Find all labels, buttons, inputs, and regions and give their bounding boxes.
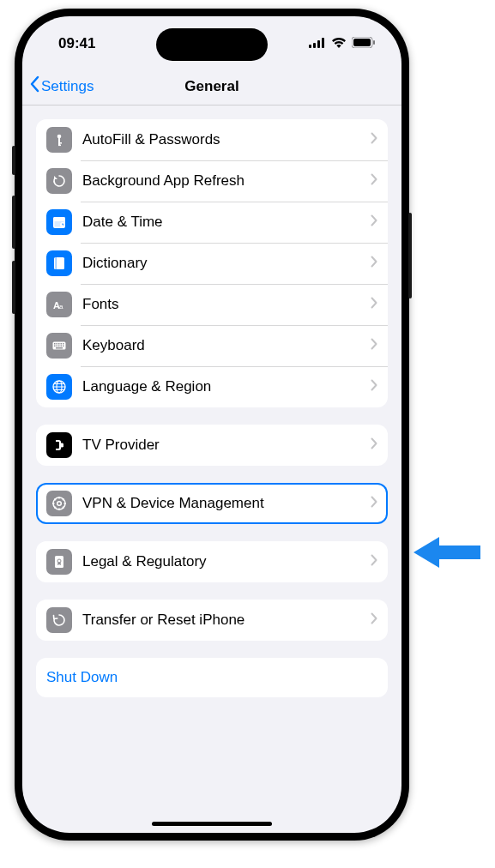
settings-row-keyboard[interactable]: Keyboard	[36, 325, 388, 366]
fonts-icon: Aa	[46, 292, 72, 317]
settings-list: AutoFill & PasswordsBackground App Refre…	[22, 105, 401, 833]
svg-rect-30	[56, 347, 63, 349]
globe-icon	[46, 374, 72, 400]
chevron-right-icon	[371, 554, 377, 570]
chevron-right-icon	[371, 612, 377, 628]
settings-row-bgrefresh[interactable]: Background App Refresh	[36, 160, 388, 202]
svg-rect-47	[55, 556, 63, 568]
wifi-icon	[331, 35, 347, 52]
chevron-right-icon	[371, 173, 377, 189]
dynamic-island	[156, 28, 268, 61]
svg-rect-8	[58, 138, 60, 145]
row-label: VPN & Device Management	[82, 495, 371, 512]
status-time: 09:41	[58, 35, 95, 52]
power-button	[408, 213, 412, 298]
chevron-right-icon	[371, 256, 377, 271]
chevron-right-icon	[371, 338, 377, 353]
calendar-icon	[46, 209, 72, 235]
settings-group: TV Provider	[36, 425, 388, 466]
svg-rect-21	[57, 343, 58, 345]
svg-rect-0	[309, 45, 311, 48]
row-label: Legal & Regulatory	[82, 553, 371, 570]
nav-bar: Settings General	[22, 68, 401, 105]
svg-rect-6	[373, 40, 375, 45]
settings-row-language[interactable]: Language & Region	[36, 366, 388, 407]
chevron-right-icon	[371, 437, 377, 453]
row-label: Shut Down	[46, 669, 118, 686]
settings-group: Transfer or Reset iPhone	[36, 600, 388, 641]
home-indicator	[152, 822, 272, 826]
svg-point-7	[57, 135, 62, 139]
battery-icon	[352, 35, 376, 52]
svg-rect-20	[54, 343, 56, 345]
chevron-right-icon	[371, 379, 377, 395]
row-label: Date & Time	[82, 214, 371, 231]
svg-rect-2	[317, 40, 320, 48]
page-title: General	[184, 78, 238, 95]
settings-row-legal[interactable]: Legal & Regulatory	[36, 541, 388, 582]
settings-row-fonts[interactable]: AaFonts	[36, 284, 388, 325]
svg-rect-27	[58, 346, 60, 347]
chevron-right-icon	[371, 297, 377, 312]
row-label: Transfer or Reset iPhone	[82, 612, 371, 629]
side-button	[12, 146, 15, 175]
settings-group: AutoFill & PasswordsBackground App Refre…	[36, 119, 388, 407]
shutdown-button[interactable]: Shut Down	[36, 658, 388, 697]
row-label: Keyboard	[82, 337, 371, 354]
svg-rect-16	[56, 257, 57, 269]
svg-rect-25	[54, 346, 56, 347]
callout-arrow-icon	[414, 532, 482, 573]
chevron-left-icon	[29, 75, 39, 97]
row-label: Language & Region	[82, 378, 371, 395]
chevron-right-icon	[371, 496, 377, 511]
settings-row-tvprovider[interactable]: TV Provider	[36, 425, 388, 466]
book-icon	[46, 250, 72, 276]
svg-rect-3	[322, 38, 324, 48]
row-label: Fonts	[82, 296, 371, 313]
settings-row-vpn[interactable]: VPN & Device Management	[36, 483, 388, 524]
row-label: Dictionary	[82, 255, 371, 272]
settings-row-transfer[interactable]: Transfer or Reset iPhone	[36, 600, 388, 641]
chevron-right-icon	[371, 214, 377, 230]
cellular-icon	[309, 35, 326, 52]
row-label: AutoFill & Passwords	[82, 131, 371, 148]
screen: 09:41 Settings General	[22, 16, 401, 833]
settings-row-datetime[interactable]: Date & Time	[36, 202, 388, 243]
settings-row-dictionary[interactable]: Dictionary	[36, 243, 388, 284]
gear-icon	[46, 491, 72, 516]
svg-rect-26	[57, 346, 58, 347]
phone-frame: 09:41 Settings General	[15, 9, 409, 841]
refresh-icon	[46, 168, 72, 194]
svg-rect-9	[58, 142, 62, 144]
svg-rect-24	[63, 343, 64, 345]
back-label: Settings	[41, 78, 94, 95]
svg-rect-22	[58, 343, 60, 345]
settings-group: Shut Down	[36, 658, 388, 697]
svg-text:a: a	[59, 303, 63, 310]
volume-up-button	[12, 196, 15, 249]
svg-rect-28	[61, 346, 63, 347]
row-label: TV Provider	[82, 437, 371, 454]
svg-rect-1	[313, 43, 316, 48]
row-label: Background App Refresh	[82, 172, 371, 190]
settings-group: Legal & Regulatory	[36, 541, 388, 582]
svg-rect-5	[353, 39, 371, 46]
volume-down-button	[12, 261, 15, 314]
cert-icon	[46, 549, 72, 575]
svg-rect-12	[53, 217, 65, 220]
svg-rect-36	[61, 443, 63, 447]
settings-row-autofill[interactable]: AutoFill & Passwords	[36, 119, 388, 160]
tv-icon	[46, 432, 72, 458]
svg-rect-29	[63, 346, 64, 347]
svg-point-38	[57, 502, 62, 506]
settings-group: VPN & Device Management	[36, 483, 388, 524]
svg-rect-10	[58, 145, 61, 147]
key-icon	[46, 127, 72, 153]
reset-icon	[46, 607, 72, 633]
keyboard-icon	[46, 333, 72, 359]
svg-rect-23	[61, 343, 63, 345]
chevron-right-icon	[371, 132, 377, 148]
back-button[interactable]: Settings	[29, 75, 94, 97]
